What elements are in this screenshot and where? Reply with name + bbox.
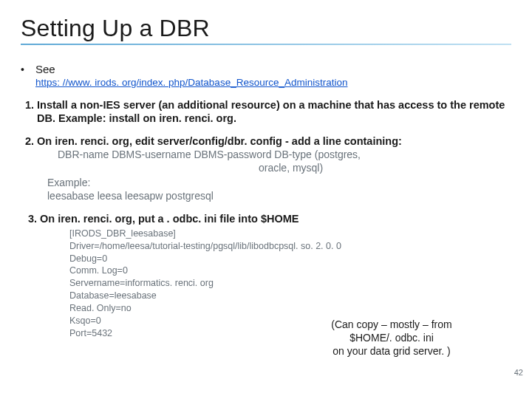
slide: Setting Up a DBR • See https: //www. iro… (0, 0, 532, 399)
step-2-syntax-b: oracle, mysql) (259, 162, 511, 175)
step-2-text: On iren. renci. org, edit server/config/… (37, 135, 402, 147)
step-3-text: On iren. renci. org, put a . odbc. ini f… (40, 213, 299, 225)
see-row: • See (21, 63, 511, 75)
note-line: (Can copy – mostly – from (314, 318, 469, 331)
step-2-syntax-a: DBR-name DBMS-username DBMS-password DB-… (58, 149, 511, 162)
odbc-line: Driver=/home/leesa/tutorial-testing/pgsq… (69, 240, 511, 253)
doc-link[interactable]: https: //www. irods. org/index. php/Data… (35, 77, 347, 88)
copy-note: (Can copy – mostly – from $HOME/. odbc. … (314, 318, 469, 358)
example-value: leesabase leesa leesapw postgresql (47, 190, 511, 203)
see-label: See (35, 63, 55, 75)
note-line: on your data grid server. ) (314, 344, 469, 358)
bullet-icon: • (21, 64, 35, 75)
page-number: 42 (514, 368, 523, 377)
page-title: Setting Up a DBR (21, 15, 511, 42)
step-1: Install a non-IES server (an additional … (37, 99, 511, 125)
title-rule (21, 44, 511, 45)
odbc-line: [IRODS_DBR_leesabase] (69, 228, 511, 240)
steps-list: Install a non-IES server (an additional … (21, 99, 511, 340)
odbc-line: Servername=informatics. renci. org (69, 277, 511, 290)
odbc-line: Database=leesabase (69, 290, 511, 302)
note-line: $HOME/. odbc. ini (314, 331, 469, 344)
step-2: On iren. renci. org, edit server/config/… (37, 135, 511, 202)
example-label: Example: (47, 177, 511, 190)
odbc-line: Debug=0 (69, 253, 511, 265)
odbc-line: Comm. Log=0 (69, 265, 511, 277)
odbc-line: Read. Only=no (69, 302, 511, 315)
step-1-text: Install a non-IES server (an additional … (37, 99, 505, 124)
